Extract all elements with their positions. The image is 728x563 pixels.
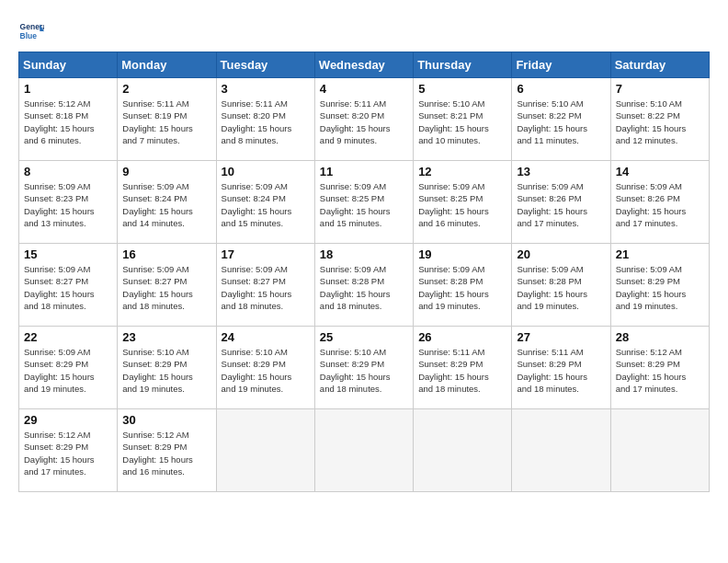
day-info: Sunrise: 5:12 AMSunset: 8:29 PMDaylight:… — [122, 429, 210, 477]
calendar-day-cell: 29Sunrise: 5:12 AMSunset: 8:29 PMDayligh… — [19, 409, 118, 492]
day-info: Sunrise: 5:09 AMSunset: 8:27 PMDaylight:… — [24, 263, 112, 312]
page-header: General Blue — [18, 18, 710, 44]
calendar-header-cell: Friday — [512, 52, 610, 78]
day-info: Sunrise: 5:10 AMSunset: 8:29 PMDaylight:… — [122, 346, 210, 395]
calendar-header-cell: Thursday — [414, 52, 512, 78]
day-number: 2 — [122, 82, 210, 96]
calendar-week-row: 29Sunrise: 5:12 AMSunset: 8:29 PMDayligh… — [19, 409, 710, 492]
day-info: Sunrise: 5:09 AMSunset: 8:24 PMDaylight:… — [222, 180, 310, 229]
calendar-table: SundayMondayTuesdayWednesdayThursdayFrid… — [18, 52, 710, 492]
calendar-day-cell: 12Sunrise: 5:09 AMSunset: 8:25 PMDayligh… — [414, 161, 512, 244]
day-number: 18 — [320, 247, 408, 261]
day-number: 13 — [517, 165, 605, 178]
day-info: Sunrise: 5:09 AMSunset: 8:29 PMDaylight:… — [24, 346, 112, 395]
day-number: 26 — [418, 330, 506, 344]
calendar-day-cell: 25Sunrise: 5:10 AMSunset: 8:29 PMDayligh… — [314, 327, 413, 409]
logo-icon: General Blue — [18, 18, 44, 44]
calendar-day-cell: 13Sunrise: 5:09 AMSunset: 8:26 PMDayligh… — [512, 161, 610, 244]
day-info: Sunrise: 5:10 AMSunset: 8:29 PMDaylight:… — [222, 346, 310, 395]
day-info: Sunrise: 5:09 AMSunset: 8:25 PMDaylight:… — [320, 180, 408, 229]
day-number: 6 — [517, 82, 605, 96]
day-number: 23 — [122, 330, 210, 344]
day-number: 8 — [24, 165, 112, 178]
calendar-day-cell — [216, 409, 314, 492]
calendar-day-cell — [314, 409, 413, 492]
calendar-day-cell: 5Sunrise: 5:10 AMSunset: 8:21 PMDaylight… — [414, 78, 512, 161]
calendar-day-cell: 18Sunrise: 5:09 AMSunset: 8:28 PMDayligh… — [314, 244, 413, 327]
day-info: Sunrise: 5:12 AMSunset: 8:29 PMDaylight:… — [24, 429, 112, 477]
day-number: 11 — [320, 165, 408, 178]
day-info: Sunrise: 5:09 AMSunset: 8:24 PMDaylight:… — [122, 180, 210, 229]
calendar-week-row: 22Sunrise: 5:09 AMSunset: 8:29 PMDayligh… — [19, 327, 710, 409]
day-number: 3 — [222, 82, 310, 96]
day-info: Sunrise: 5:09 AMSunset: 8:27 PMDaylight:… — [222, 263, 310, 312]
day-number: 17 — [222, 247, 310, 261]
day-number: 15 — [24, 247, 112, 261]
day-number: 7 — [616, 82, 704, 96]
calendar-day-cell: 27Sunrise: 5:11 AMSunset: 8:29 PMDayligh… — [512, 327, 610, 409]
day-number: 16 — [122, 247, 210, 261]
day-number: 5 — [418, 82, 506, 96]
day-number: 29 — [24, 413, 112, 427]
calendar-day-cell: 1Sunrise: 5:12 AMSunset: 8:18 PMDaylight… — [19, 78, 118, 161]
calendar-day-cell: 30Sunrise: 5:12 AMSunset: 8:29 PMDayligh… — [118, 409, 216, 492]
calendar-day-cell: 14Sunrise: 5:09 AMSunset: 8:26 PMDayligh… — [610, 161, 709, 244]
calendar-day-cell — [512, 409, 610, 492]
calendar-day-cell: 23Sunrise: 5:10 AMSunset: 8:29 PMDayligh… — [118, 327, 216, 409]
calendar-header-cell: Sunday — [19, 52, 118, 78]
calendar-day-cell: 20Sunrise: 5:09 AMSunset: 8:28 PMDayligh… — [512, 244, 610, 327]
calendar-day-cell: 3Sunrise: 5:11 AMSunset: 8:20 PMDaylight… — [216, 78, 314, 161]
day-info: Sunrise: 5:12 AMSunset: 8:18 PMDaylight:… — [24, 98, 112, 146]
day-info: Sunrise: 5:10 AMSunset: 8:21 PMDaylight:… — [418, 98, 506, 146]
day-info: Sunrise: 5:09 AMSunset: 8:28 PMDaylight:… — [517, 263, 605, 312]
day-info: Sunrise: 5:11 AMSunset: 8:29 PMDaylight:… — [418, 346, 506, 395]
calendar-week-row: 8Sunrise: 5:09 AMSunset: 8:23 PMDaylight… — [19, 161, 710, 244]
calendar-day-cell: 9Sunrise: 5:09 AMSunset: 8:24 PMDaylight… — [118, 161, 216, 244]
logo: General Blue — [18, 18, 44, 44]
day-info: Sunrise: 5:09 AMSunset: 8:23 PMDaylight:… — [24, 180, 112, 229]
calendar-day-cell: 21Sunrise: 5:09 AMSunset: 8:29 PMDayligh… — [610, 244, 709, 327]
calendar-day-cell: 19Sunrise: 5:09 AMSunset: 8:28 PMDayligh… — [414, 244, 512, 327]
calendar-day-cell: 11Sunrise: 5:09 AMSunset: 8:25 PMDayligh… — [314, 161, 413, 244]
day-number: 24 — [222, 330, 310, 344]
calendar-day-cell: 7Sunrise: 5:10 AMSunset: 8:22 PMDaylight… — [610, 78, 709, 161]
day-number: 21 — [616, 247, 704, 261]
calendar-day-cell: 24Sunrise: 5:10 AMSunset: 8:29 PMDayligh… — [216, 327, 314, 409]
day-info: Sunrise: 5:11 AMSunset: 8:29 PMDaylight:… — [517, 346, 605, 395]
calendar-day-cell: 4Sunrise: 5:11 AMSunset: 8:20 PMDaylight… — [314, 78, 413, 161]
day-info: Sunrise: 5:10 AMSunset: 8:22 PMDaylight:… — [616, 98, 704, 146]
calendar-day-cell: 15Sunrise: 5:09 AMSunset: 8:27 PMDayligh… — [19, 244, 118, 327]
day-info: Sunrise: 5:09 AMSunset: 8:26 PMDaylight:… — [616, 180, 704, 229]
calendar-header-cell: Monday — [118, 52, 216, 78]
day-info: Sunrise: 5:09 AMSunset: 8:26 PMDaylight:… — [517, 180, 605, 229]
day-number: 1 — [24, 82, 112, 96]
calendar-day-cell: 17Sunrise: 5:09 AMSunset: 8:27 PMDayligh… — [216, 244, 314, 327]
calendar-day-cell: 16Sunrise: 5:09 AMSunset: 8:27 PMDayligh… — [118, 244, 216, 327]
day-number: 27 — [517, 330, 605, 344]
day-info: Sunrise: 5:09 AMSunset: 8:28 PMDaylight:… — [320, 263, 408, 312]
calendar-day-cell: 6Sunrise: 5:10 AMSunset: 8:22 PMDaylight… — [512, 78, 610, 161]
day-number: 20 — [517, 247, 605, 261]
calendar-day-cell: 2Sunrise: 5:11 AMSunset: 8:19 PMDaylight… — [118, 78, 216, 161]
day-info: Sunrise: 5:09 AMSunset: 8:27 PMDaylight:… — [122, 263, 210, 312]
day-info: Sunrise: 5:10 AMSunset: 8:22 PMDaylight:… — [517, 98, 605, 146]
calendar-day-cell — [414, 409, 512, 492]
day-number: 22 — [24, 330, 112, 344]
calendar-week-row: 1Sunrise: 5:12 AMSunset: 8:18 PMDaylight… — [19, 78, 710, 161]
calendar-header-cell: Wednesday — [314, 52, 413, 78]
day-info: Sunrise: 5:09 AMSunset: 8:28 PMDaylight:… — [418, 263, 506, 312]
day-info: Sunrise: 5:11 AMSunset: 8:20 PMDaylight:… — [222, 98, 310, 146]
calendar-day-cell: 22Sunrise: 5:09 AMSunset: 8:29 PMDayligh… — [19, 327, 118, 409]
svg-text:Blue: Blue — [20, 31, 38, 40]
calendar-day-cell: 26Sunrise: 5:11 AMSunset: 8:29 PMDayligh… — [414, 327, 512, 409]
day-number: 14 — [616, 165, 704, 178]
day-number: 12 — [418, 165, 506, 178]
calendar-day-cell: 8Sunrise: 5:09 AMSunset: 8:23 PMDaylight… — [19, 161, 118, 244]
day-info: Sunrise: 5:09 AMSunset: 8:29 PMDaylight:… — [616, 263, 704, 312]
day-info: Sunrise: 5:09 AMSunset: 8:25 PMDaylight:… — [418, 180, 506, 229]
day-number: 30 — [122, 413, 210, 427]
day-info: Sunrise: 5:12 AMSunset: 8:29 PMDaylight:… — [616, 346, 704, 395]
day-number: 9 — [122, 165, 210, 178]
calendar-header-cell: Saturday — [610, 52, 709, 78]
day-info: Sunrise: 5:10 AMSunset: 8:29 PMDaylight:… — [320, 346, 408, 395]
